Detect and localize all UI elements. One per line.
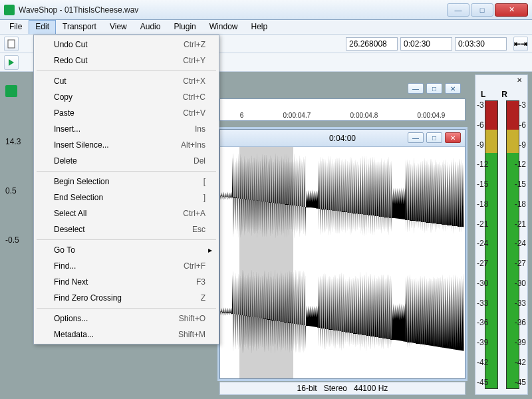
menu-file[interactable]: File bbox=[3, 20, 29, 34]
doc-window-buttons: — □ ✕ bbox=[408, 83, 461, 94]
menuitem-end-selection[interactable]: End Selection] bbox=[35, 190, 217, 205]
time-field-1[interactable]: 26.268008 bbox=[346, 37, 398, 51]
meter-tick: -36 bbox=[515, 318, 526, 327]
statusbar: 16-bit Stereo 44100 Hz bbox=[219, 382, 466, 395]
meter-tick: -21 bbox=[515, 219, 526, 229]
close-button[interactable]: ✕ bbox=[495, 3, 528, 17]
menuitem-insert-silence[interactable]: Insert Silence...Alt+Ins bbox=[35, 137, 217, 153]
waveform-channel-right[interactable] bbox=[220, 263, 465, 378]
meter-tick: -15 bbox=[515, 180, 526, 189]
menu-separator bbox=[37, 239, 216, 240]
meter-tick: -3 bbox=[519, 100, 526, 110]
meter-tick: -33 bbox=[515, 299, 526, 308]
menuitem-copy[interactable]: CopyCtrl+C bbox=[35, 89, 217, 105]
inner-minimize-button[interactable]: — bbox=[408, 132, 424, 143]
document-icon bbox=[7, 39, 15, 49]
menu-help[interactable]: Help bbox=[244, 20, 274, 34]
inner-close-button[interactable]: ✕ bbox=[445, 132, 461, 143]
meter-tick: -30 bbox=[515, 279, 526, 288]
meter-ticks: -3-3-6-6-9-9-12-12-15-15-18-18-21-21-24-… bbox=[475, 100, 527, 389]
doc-maximize-button[interactable]: □ bbox=[426, 83, 442, 94]
meter-tick: -3 bbox=[477, 100, 484, 110]
play-icon bbox=[8, 59, 15, 66]
menuitem-options[interactable]: Options...Shift+O bbox=[35, 311, 217, 327]
meter-close-button[interactable]: ✕ bbox=[517, 76, 526, 86]
menu-separator bbox=[37, 308, 216, 309]
menuitem-find-zero[interactable]: Find Zero CrossingZ bbox=[35, 290, 217, 306]
waveform-graphic bbox=[220, 147, 465, 245]
menuitem-goto[interactable]: Go To▸ bbox=[35, 242, 217, 258]
meter-tick: -24 bbox=[477, 239, 488, 248]
meter-label-R: R bbox=[501, 90, 507, 99]
doc-minimize-button[interactable]: — bbox=[408, 83, 424, 94]
menu-plugin[interactable]: Plugin bbox=[167, 20, 202, 34]
meter-tick: -36 bbox=[477, 318, 488, 327]
minimize-button[interactable]: — bbox=[447, 3, 469, 17]
menuitem-metadata[interactable]: Metadata...Shift+M bbox=[35, 327, 217, 342]
fit-button[interactable]: ⇤⇥ bbox=[513, 37, 528, 51]
meter-tick: -18 bbox=[515, 200, 526, 209]
meter-tick: -9 bbox=[519, 140, 526, 150]
menu-window[interactable]: Window bbox=[203, 20, 245, 34]
ruler-tick: 0:00:04.7 bbox=[283, 112, 311, 119]
status-bits: 16-bit bbox=[297, 384, 317, 393]
time-field-2[interactable]: 0:02:30 bbox=[400, 37, 452, 51]
edit-dropdown: Undo CutCtrl+Z Redo CutCtrl+Y CutCtrl+X … bbox=[33, 35, 219, 344]
ruler-tick: 0:00:04.8 bbox=[350, 112, 378, 119]
status-mode: Stereo bbox=[324, 384, 347, 393]
svg-marker-1 bbox=[9, 59, 14, 66]
level-meter-panel: ✕ L R -3-3-6-6-9-9-12-12-15-15-18-18-21-… bbox=[475, 74, 528, 395]
meter-tick: -12 bbox=[477, 160, 488, 169]
waveform-area[interactable] bbox=[220, 147, 465, 378]
menubar: File Edit Transport View Audio Plugin Wi… bbox=[0, 20, 532, 35]
ruler-tick: 0:00:04.9 bbox=[418, 112, 446, 119]
meter-tick: -24 bbox=[515, 239, 526, 248]
meter-tick: -18 bbox=[477, 200, 488, 209]
menu-separator bbox=[37, 171, 216, 172]
meter-tick: -27 bbox=[515, 259, 526, 268]
time-value-1: 26.268008 bbox=[349, 39, 387, 49]
menuitem-find[interactable]: Find...Ctrl+F bbox=[35, 258, 217, 274]
menu-audio[interactable]: Audio bbox=[134, 20, 168, 34]
meter-tick: -42 bbox=[515, 358, 526, 367]
menu-separator bbox=[37, 70, 216, 71]
play-button[interactable] bbox=[4, 55, 19, 70]
waveform-time: 0:04:00 bbox=[329, 134, 356, 143]
menu-view[interactable]: View bbox=[103, 20, 134, 34]
inner-maximize-button[interactable]: □ bbox=[426, 132, 442, 143]
app-icon bbox=[4, 5, 15, 15]
menuitem-begin-selection[interactable]: Begin Selection[ bbox=[35, 174, 217, 190]
menuitem-paste[interactable]: PasteCtrl+V bbox=[35, 105, 217, 121]
meter-tick: -42 bbox=[477, 358, 488, 367]
new-file-button[interactable] bbox=[4, 37, 19, 51]
menuitem-delete[interactable]: DeleteDel bbox=[35, 153, 217, 169]
menuitem-insert[interactable]: Insert...Ins bbox=[35, 121, 217, 137]
menuitem-select-all[interactable]: Select AllCtrl+A bbox=[35, 205, 217, 221]
time-value-2: 0:02:30 bbox=[404, 39, 430, 49]
time-field-3[interactable]: 0:03:30 bbox=[455, 37, 507, 51]
meter-tick: -27 bbox=[477, 259, 488, 268]
menuitem-find-next[interactable]: Find NextF3 bbox=[35, 274, 217, 290]
window-title: WaveShop - 01ThisIsCheese.wav bbox=[19, 5, 447, 15]
menuitem-undo[interactable]: Undo CutCtrl+Z bbox=[35, 37, 217, 53]
menu-edit[interactable]: Edit bbox=[29, 20, 56, 34]
meter-tick: -12 bbox=[515, 160, 526, 169]
time-ruler-outer[interactable]: — □ ✕ 6 0:00:04.7 0:00:04.8 0:00:04.9 bbox=[219, 98, 466, 121]
menuitem-cut[interactable]: CutCtrl+X bbox=[35, 73, 217, 89]
meter-tick: -33 bbox=[477, 299, 488, 308]
meter-tick: -39 bbox=[477, 338, 488, 347]
menu-transport[interactable]: Transport bbox=[56, 20, 103, 34]
ruler-tick: 6 bbox=[240, 112, 244, 119]
app-icon-small bbox=[5, 85, 17, 97]
meter-label-L: L bbox=[481, 90, 485, 99]
time-value-3: 0:03:30 bbox=[458, 39, 485, 49]
waveform-channel-left[interactable] bbox=[220, 147, 465, 263]
titlebar: WaveShop - 01ThisIsCheese.wav — □ ✕ bbox=[0, 0, 532, 20]
menuitem-deselect[interactable]: DeselectEsc bbox=[35, 221, 217, 237]
meter-tick: -39 bbox=[515, 338, 526, 347]
maximize-button[interactable]: □ bbox=[471, 3, 493, 17]
doc-close-button[interactable]: ✕ bbox=[445, 83, 461, 94]
menuitem-redo[interactable]: Redo CutCtrl+Y bbox=[35, 53, 217, 68]
meter-labels: L R bbox=[481, 90, 507, 99]
waveform-titlebar[interactable]: 0:04:00 — □ ✕ bbox=[220, 130, 465, 147]
